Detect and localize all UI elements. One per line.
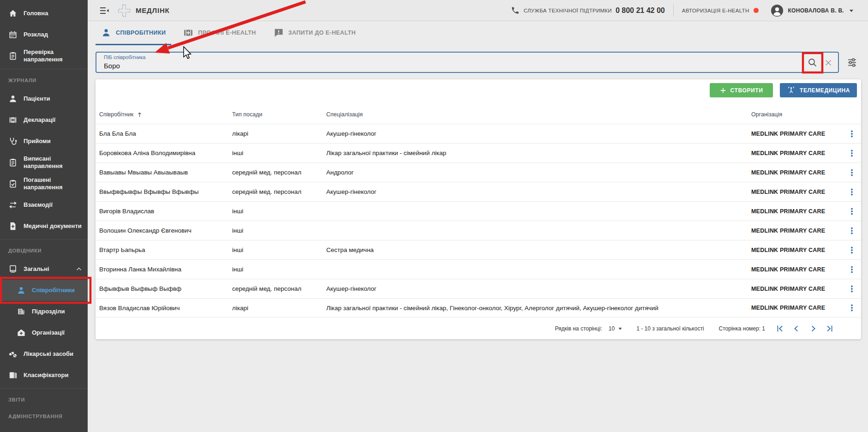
tab-ehealth-profiles[interactable]: ПРОФІЛІ E-HEALTH — [178, 21, 261, 45]
clipboard-icon — [8, 158, 18, 167]
sidebar-item-label: Класифікатори — [24, 372, 68, 379]
tab-ehealth-requests[interactable]: ЗАПИТИ ДО E-HEALTH — [268, 21, 361, 45]
column-header-position-type[interactable]: Тип посади — [232, 111, 326, 118]
last-page-icon — [825, 324, 835, 334]
sidebar-item-schedule[interactable]: Розклад — [0, 24, 88, 45]
create-button-label: СТВОРИТИ — [730, 87, 763, 94]
books-icon — [8, 371, 18, 380]
sidebar-section-journals: ЖУРНАЛИ — [0, 72, 88, 88]
row-menu-button[interactable] — [842, 168, 861, 177]
sidebar-item-employees[interactable]: Співробітники — [0, 280, 88, 301]
filter-sliders-icon — [846, 57, 858, 68]
chevron-right-icon — [808, 324, 818, 334]
kebab-menu-icon — [847, 187, 856, 197]
search-input[interactable] — [103, 62, 750, 70]
sidebar-item-classifiers[interactable]: Класифікатори — [0, 365, 88, 386]
support-label: СЛУЖБА ТЕХНІЧНОЇ ПІДТРИМКИ — [524, 8, 612, 13]
row-menu-button[interactable] — [842, 149, 861, 158]
filters-button[interactable] — [845, 56, 858, 69]
sidebar-item-label: Загальні — [24, 265, 49, 273]
topbar: МЕДЛІНК СЛУЖБА ТЕХНІЧНОЇ ПІДТРИМКИ 0 800… — [88, 0, 868, 21]
sidebar-item-departments[interactable]: Підрозділи — [0, 301, 88, 322]
telemedicine-button[interactable]: ТЕЛЕМЕДИЦИНА — [780, 83, 857, 97]
table-row[interactable]: Боровікова Аліна ВолодимирівнаіншіЛікар … — [96, 143, 861, 162]
cell-position-type: інші — [232, 246, 326, 253]
sidebar-item-issued-referrals[interactable]: Виписані направлення — [0, 152, 88, 173]
cell-employee: Вязов Владислав Юрійович — [99, 305, 232, 312]
medlink-cross-logo-icon — [117, 4, 131, 18]
table-row[interactable]: Вторинна Ланка МихайлівнаіншіMEDLINK PRI… — [96, 259, 861, 279]
sidebar-item-organizations[interactable]: Організації — [0, 322, 88, 343]
tab-employees[interactable]: СПІВРОБІТНИКИ — [96, 21, 171, 45]
row-menu-button[interactable] — [842, 129, 861, 138]
user-menu[interactable]: КОНОВАЛОВА В. В. — [771, 4, 855, 17]
cell-employee: Бла Бла Бла — [99, 130, 232, 137]
previous-page-button[interactable] — [791, 323, 802, 334]
rows-per-page-select[interactable]: 10 — [609, 325, 623, 332]
chevron-down-icon — [849, 8, 854, 13]
table-row[interactable]: Вигорів ВладиславіншіMEDLINK PRIMARY CAR… — [96, 201, 861, 221]
table-row[interactable]: Ввыфвфывфы Вфывфы Вфывфысередній мед. пе… — [96, 182, 861, 201]
cell-specialization: Акушер-гінеколог — [326, 285, 751, 292]
person-icon — [17, 286, 26, 295]
sidebar-section-reports: ЗВІТИ — [0, 391, 88, 408]
row-menu-button[interactable] — [842, 246, 861, 255]
cell-employee: Ввыфвфывфы Вфывфы Вфывфы — [99, 188, 232, 195]
row-menu-button[interactable] — [842, 207, 861, 216]
kebab-menu-icon — [847, 226, 856, 235]
sidebar-item-interactions[interactable]: Взаємодії — [0, 194, 88, 216]
cell-position-type: інші — [232, 266, 326, 273]
sidebar-item-medical-documents[interactable]: Медичні документи — [0, 216, 88, 237]
column-header-organization[interactable]: Організація — [751, 111, 842, 118]
cell-specialization: Лікар загальної практики - сімейний ліка… — [326, 305, 751, 312]
stethoscope-icon — [8, 137, 18, 146]
row-menu-button[interactable] — [842, 284, 861, 294]
column-header-specialization[interactable]: Спеціалізація — [326, 111, 751, 118]
cell-organization: MEDLINK PRIMARY CARE — [751, 150, 842, 156]
employee-person-icon — [101, 28, 111, 38]
search-icon-button[interactable] — [807, 57, 819, 69]
row-menu-button[interactable] — [842, 226, 861, 235]
sidebar-item-home[interactable]: Головна — [0, 3, 88, 24]
brand: МЕДЛІНК — [117, 4, 169, 18]
create-button[interactable]: СТВОРИТИ — [710, 83, 773, 97]
sidebar-section-administration: АДМІНІСТРУВАННЯ — [0, 408, 88, 424]
cell-position-type: інші — [232, 208, 326, 215]
row-menu-button[interactable] — [842, 303, 861, 312]
sidebar-item-declarations[interactable]: Декларації — [0, 109, 88, 131]
sidebar-item-patients[interactable]: Пацієнти — [0, 88, 88, 109]
person-icon — [8, 94, 18, 103]
cell-organization: MEDLINK PRIMARY CARE — [751, 247, 842, 253]
table-row[interactable]: Волошин Олександр ЄвгеновичіншіMEDLINK P… — [96, 221, 861, 240]
clipboard-check-icon — [8, 179, 18, 188]
employee-search-field[interactable]: ПІБ співробітника — [96, 52, 839, 73]
sidebar-item-medicines[interactable]: Лікарські засоби — [0, 343, 88, 365]
table-row[interactable]: Втартр ЬапьрьаіншіСестра медичнаMEDLINK … — [96, 240, 861, 259]
sidebar-item-referral-check[interactable]: Перевірка направлення — [0, 45, 88, 66]
table-row[interactable]: Бла Бла БлалікаріАкушер-гінекологMEDLINK… — [96, 124, 861, 143]
card-plus-icon — [8, 115, 18, 125]
next-page-button[interactable] — [808, 323, 819, 334]
table-row[interactable]: Вавыавы Мвыавы Авыаываывсередній мед. пе… — [96, 162, 861, 182]
clipboard-icon — [8, 51, 18, 60]
clear-search-button[interactable] — [822, 57, 834, 69]
table-row[interactable]: Вязов Владислав ЮрійовичлікаріЛікар зага… — [96, 298, 861, 318]
sidebar-item-general[interactable]: Загальні — [0, 258, 88, 280]
cell-position-type: середній мед. персонал — [232, 188, 326, 195]
row-menu-button[interactable] — [842, 187, 861, 197]
table-row[interactable]: Вфывфыв Выфвыф Выфвфсередній мед. персон… — [96, 279, 861, 298]
sidebar-item-label: Лікарські засоби — [24, 350, 73, 358]
ehealth-auth-label[interactable]: АВТОРИЗАЦІЯ E-HEALTH — [682, 8, 749, 13]
column-header-employee[interactable]: Співробітник — [99, 111, 232, 118]
sidebar-divider — [0, 69, 88, 69]
cell-employee: Вторинна Ланка Михайлівна — [99, 266, 232, 273]
last-page-button[interactable] — [824, 323, 835, 334]
sidebar-item-appointments[interactable]: Прийоми — [0, 131, 88, 152]
profile-card-icon — [183, 28, 193, 38]
cell-employee: Втартр Ьапьрьа — [99, 246, 232, 253]
user-name: КОНОВАЛОВА В. В. — [788, 7, 844, 14]
first-page-button[interactable] — [774, 323, 785, 334]
sidebar-item-redeemed-referrals[interactable]: Погашені направлення — [0, 173, 88, 194]
menu-collapse-icon[interactable] — [99, 5, 110, 16]
row-menu-button[interactable] — [842, 265, 861, 274]
